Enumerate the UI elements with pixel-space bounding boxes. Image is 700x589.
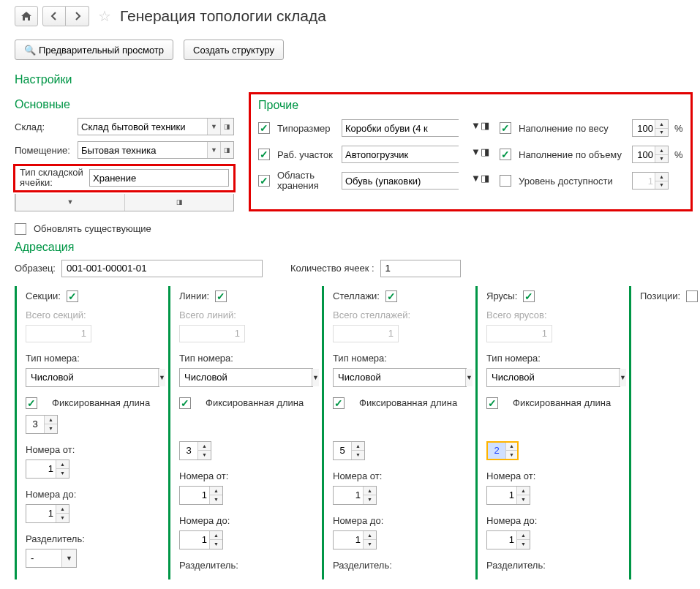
- typesize-input[interactable]: ▼ ◨: [342, 119, 459, 137]
- workarea-checkbox[interactable]: [258, 149, 270, 160]
- dropdown-icon[interactable]: ▼: [471, 120, 481, 136]
- storage-value[interactable]: [342, 173, 471, 189]
- dropdown-icon[interactable]: ▼: [207, 142, 220, 158]
- dropdown-icon[interactable]: ▼: [471, 146, 481, 162]
- lines-to-value[interactable]: [180, 531, 209, 549]
- spin-down-icon[interactable]: ▼: [45, 424, 57, 433]
- room-input[interactable]: ▼ ◨: [78, 141, 234, 159]
- spin-down-icon[interactable]: ▼: [655, 155, 668, 163]
- sections-sep-value[interactable]: [26, 549, 61, 567]
- spin-down-icon[interactable]: ▼: [210, 495, 222, 504]
- lines-type-value[interactable]: [180, 369, 312, 386]
- spin-down-icon[interactable]: ▼: [56, 469, 69, 478]
- racks-to-value[interactable]: [334, 531, 363, 549]
- fillvol-checkbox[interactable]: [500, 149, 511, 160]
- spin-up-icon[interactable]: ▲: [364, 531, 376, 541]
- favorite-icon[interactable]: ☆: [98, 7, 111, 25]
- tiers-fixed-checkbox[interactable]: [486, 397, 498, 409]
- spin-down-icon[interactable]: ▼: [655, 181, 668, 190]
- tiers-type-value[interactable]: [487, 369, 619, 386]
- spin-up-icon[interactable]: ▲: [45, 416, 57, 425]
- racks-fixed-value[interactable]: [334, 442, 351, 459]
- tiers-total-input[interactable]: [486, 325, 552, 342]
- storage-input[interactable]: ▼ ◨: [342, 172, 459, 190]
- celltype-input[interactable]: [89, 169, 229, 187]
- spin-down-icon[interactable]: ▼: [506, 451, 517, 459]
- spin-up-icon[interactable]: ▲: [210, 531, 222, 541]
- spin-up-icon[interactable]: ▲: [352, 442, 364, 451]
- tiers-from-value[interactable]: [487, 487, 516, 504]
- sections-total-input[interactable]: [26, 325, 91, 342]
- open-icon[interactable]: ◨: [220, 142, 233, 158]
- lines-from-spinner[interactable]: ▲▼: [179, 486, 223, 505]
- lines-fixed-spinner[interactable]: ▲▼: [179, 441, 211, 460]
- sections-fixed-value[interactable]: [26, 416, 44, 433]
- dropdown-icon[interactable]: ▼: [471, 173, 481, 189]
- tiers-to-spinner[interactable]: ▲▼: [486, 530, 530, 549]
- open-icon[interactable]: ◨: [220, 119, 233, 135]
- fillweight-value[interactable]: [633, 120, 655, 136]
- fillweight-checkbox[interactable]: [500, 122, 511, 134]
- sample-input[interactable]: [61, 260, 263, 277]
- update-existing-checkbox[interactable]: [15, 223, 26, 235]
- spin-down-icon[interactable]: ▼: [56, 514, 69, 522]
- home-button[interactable]: [15, 6, 38, 26]
- spin-down-icon[interactable]: ▼: [517, 495, 530, 504]
- spin-up-icon[interactable]: ▲: [655, 173, 668, 181]
- spin-up-icon[interactable]: ▲: [655, 120, 668, 129]
- spin-down-icon[interactable]: ▼: [210, 540, 222, 549]
- sections-from-value[interactable]: [26, 460, 56, 478]
- tiers-type-select[interactable]: ▼: [486, 368, 620, 387]
- lines-to-spinner[interactable]: ▲▼: [179, 530, 223, 549]
- racks-fixed-spinner[interactable]: ▲▼: [333, 441, 365, 460]
- warehouse-input[interactable]: ▼ ◨: [78, 118, 234, 135]
- celltype-extra-btns[interactable]: ▼ ◨: [15, 194, 234, 211]
- open-icon[interactable]: ◨: [481, 146, 489, 162]
- racks-fixed-checkbox[interactable]: [333, 397, 345, 409]
- dropdown-icon[interactable]: ▼: [207, 119, 220, 135]
- racks-type-value[interactable]: [334, 369, 465, 386]
- lines-type-select[interactable]: ▼: [179, 368, 313, 387]
- dropdown-icon[interactable]: ▼: [619, 369, 626, 386]
- spin-down-icon[interactable]: ▼: [352, 451, 364, 459]
- tiers-checkbox[interactable]: [523, 290, 535, 302]
- racks-from-value[interactable]: [334, 487, 363, 504]
- racks-checkbox[interactable]: [385, 290, 397, 302]
- spin-up-icon[interactable]: ▲: [655, 146, 668, 155]
- workarea-input[interactable]: ▼ ◨: [342, 146, 459, 163]
- open-icon[interactable]: ◨: [481, 173, 489, 189]
- avail-value[interactable]: [633, 173, 655, 189]
- lines-fixed-checkbox[interactable]: [179, 397, 191, 409]
- sections-checkbox[interactable]: [67, 290, 78, 302]
- typesize-value[interactable]: [342, 120, 471, 136]
- spin-down-icon[interactable]: ▼: [517, 540, 530, 549]
- dropdown-icon[interactable]: ▼: [312, 369, 319, 386]
- racks-from-spinner[interactable]: ▲▼: [333, 486, 377, 505]
- open-icon[interactable]: ◨: [481, 120, 489, 136]
- spin-up-icon[interactable]: ▲: [517, 487, 530, 496]
- dropdown-icon[interactable]: ▼: [61, 549, 76, 567]
- sections-sep-select[interactable]: ▼: [26, 549, 77, 568]
- tiers-fixed-spinner[interactable]: ▲▼: [486, 441, 519, 460]
- sections-fixed-checkbox[interactable]: [26, 397, 37, 409]
- lines-fixed-value[interactable]: [180, 442, 197, 459]
- sections-type-value[interactable]: [26, 369, 158, 386]
- fillvol-spinner[interactable]: ▲▼: [632, 146, 669, 163]
- spin-up-icon[interactable]: ▲: [210, 487, 222, 496]
- spin-up-icon[interactable]: ▲: [364, 487, 376, 496]
- sections-to-spinner[interactable]: ▲▼: [26, 504, 69, 523]
- storage-checkbox[interactable]: [258, 175, 270, 187]
- spin-up-icon[interactable]: ▲: [56, 505, 69, 514]
- open-icon[interactable]: ◨: [124, 194, 233, 211]
- spin-down-icon[interactable]: ▼: [198, 451, 211, 459]
- lines-checkbox[interactable]: [215, 290, 227, 302]
- sections-type-select[interactable]: ▼: [26, 368, 159, 387]
- tiers-from-spinner[interactable]: ▲▼: [486, 486, 530, 505]
- sections-to-value[interactable]: [26, 505, 56, 522]
- warehouse-value[interactable]: [78, 119, 207, 135]
- cells-input[interactable]: [380, 260, 461, 277]
- typesize-checkbox[interactable]: [258, 122, 270, 134]
- lines-total-input[interactable]: [179, 325, 245, 342]
- spin-up-icon[interactable]: ▲: [198, 442, 211, 451]
- spin-down-icon[interactable]: ▼: [364, 540, 376, 549]
